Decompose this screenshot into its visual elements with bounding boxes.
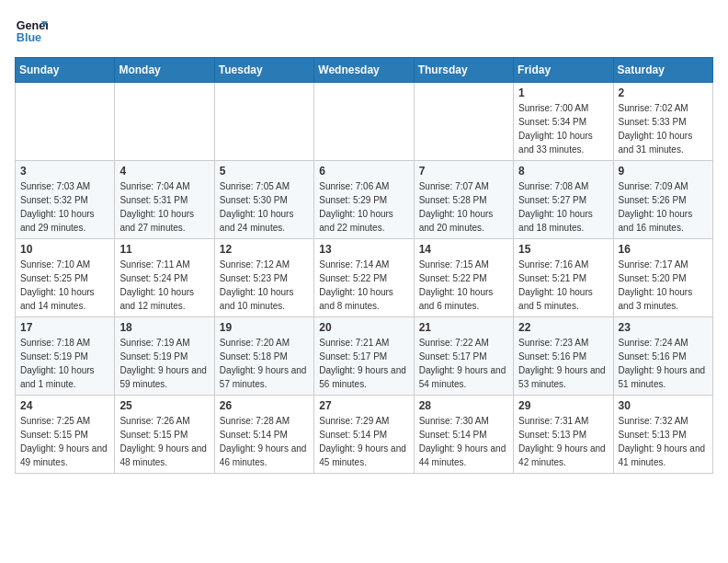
day-info: Sunrise: 7:07 AM Sunset: 5:28 PM Dayligh… — [419, 179, 508, 235]
day-info: Sunrise: 7:14 AM Sunset: 5:22 PM Dayligh… — [319, 258, 408, 313]
day-info: Sunrise: 7:15 AM Sunset: 5:22 PM Dayligh… — [419, 258, 508, 313]
calendar-day-cell — [214, 83, 313, 161]
calendar-day-cell: 9 Sunrise: 7:09 AM Sunset: 5:26 PM Dayli… — [613, 161, 712, 239]
day-number: 20 — [319, 321, 408, 334]
logo: General Blue — [15, 15, 48, 48]
day-info: Sunrise: 7:17 AM Sunset: 5:20 PM Dayligh… — [619, 258, 708, 313]
weekday-header: Thursday — [414, 58, 513, 83]
svg-text:Blue: Blue — [17, 31, 41, 44]
calendar-day-cell: 30 Sunrise: 7:32 AM Sunset: 5:13 PM Dayl… — [613, 396, 712, 474]
weekday-header: Wednesday — [314, 58, 414, 83]
day-info: Sunrise: 7:08 AM Sunset: 5:27 PM Dayligh… — [518, 179, 608, 235]
day-number: 2 — [619, 86, 708, 99]
calendar-day-cell: 12 Sunrise: 7:12 AM Sunset: 5:23 PM Dayl… — [214, 239, 313, 317]
calendar-day-cell: 26 Sunrise: 7:28 AM Sunset: 5:14 PM Dayl… — [214, 396, 313, 474]
calendar-day-cell: 8 Sunrise: 7:08 AM Sunset: 5:27 PM Dayli… — [514, 161, 613, 239]
day-info: Sunrise: 7:20 AM Sunset: 5:18 PM Dayligh… — [220, 336, 309, 391]
day-number: 1 — [518, 86, 608, 99]
day-number: 28 — [419, 399, 508, 412]
day-info: Sunrise: 7:16 AM Sunset: 5:21 PM Dayligh… — [518, 258, 608, 313]
calendar-day-cell: 21 Sunrise: 7:22 AM Sunset: 5:17 PM Dayl… — [414, 317, 513, 396]
logo-icon: General Blue — [15, 15, 48, 48]
day-info: Sunrise: 7:24 AM Sunset: 5:16 PM Dayligh… — [619, 336, 708, 391]
calendar-day-cell: 28 Sunrise: 7:30 AM Sunset: 5:14 PM Dayl… — [414, 396, 513, 474]
day-info: Sunrise: 7:28 AM Sunset: 5:14 PM Dayligh… — [220, 414, 309, 469]
day-info: Sunrise: 7:31 AM Sunset: 5:13 PM Dayligh… — [518, 414, 608, 469]
day-number: 17 — [20, 321, 109, 334]
day-info: Sunrise: 7:10 AM Sunset: 5:25 PM Dayligh… — [20, 258, 109, 313]
calendar-body: 1 Sunrise: 7:00 AM Sunset: 5:34 PM Dayli… — [16, 83, 713, 474]
day-number: 6 — [319, 165, 408, 178]
day-info: Sunrise: 7:25 AM Sunset: 5:15 PM Dayligh… — [20, 414, 109, 469]
calendar-day-cell: 15 Sunrise: 7:16 AM Sunset: 5:21 PM Dayl… — [514, 239, 613, 317]
calendar-day-cell: 16 Sunrise: 7:17 AM Sunset: 5:20 PM Dayl… — [613, 239, 712, 317]
day-number: 10 — [20, 243, 109, 256]
day-number: 24 — [20, 399, 109, 412]
day-number: 25 — [119, 399, 209, 412]
day-info: Sunrise: 7:21 AM Sunset: 5:17 PM Dayligh… — [319, 336, 408, 391]
calendar-week-row: 1 Sunrise: 7:00 AM Sunset: 5:34 PM Dayli… — [16, 83, 713, 161]
day-info: Sunrise: 7:29 AM Sunset: 5:14 PM Dayligh… — [319, 414, 408, 469]
weekday-header: Saturday — [613, 58, 712, 83]
day-number: 9 — [619, 165, 708, 178]
day-number: 8 — [518, 165, 608, 178]
day-number: 30 — [619, 399, 708, 412]
day-number: 19 — [220, 321, 309, 334]
calendar-day-cell: 22 Sunrise: 7:23 AM Sunset: 5:16 PM Dayl… — [514, 317, 613, 396]
day-info: Sunrise: 7:09 AM Sunset: 5:26 PM Dayligh… — [619, 179, 708, 235]
day-info: Sunrise: 7:12 AM Sunset: 5:23 PM Dayligh… — [220, 258, 309, 313]
calendar-day-cell: 7 Sunrise: 7:07 AM Sunset: 5:28 PM Dayli… — [414, 161, 513, 239]
calendar-day-cell: 20 Sunrise: 7:21 AM Sunset: 5:17 PM Dayl… — [314, 317, 414, 396]
day-info: Sunrise: 7:30 AM Sunset: 5:14 PM Dayligh… — [419, 414, 508, 469]
calendar-day-cell: 29 Sunrise: 7:31 AM Sunset: 5:13 PM Dayl… — [514, 396, 613, 474]
day-info: Sunrise: 7:23 AM Sunset: 5:16 PM Dayligh… — [518, 336, 608, 391]
day-info: Sunrise: 7:19 AM Sunset: 5:19 PM Dayligh… — [119, 336, 209, 391]
calendar-week-row: 17 Sunrise: 7:18 AM Sunset: 5:19 PM Dayl… — [16, 317, 713, 396]
calendar-day-cell: 14 Sunrise: 7:15 AM Sunset: 5:22 PM Dayl… — [414, 239, 513, 317]
day-info: Sunrise: 7:18 AM Sunset: 5:19 PM Dayligh… — [20, 336, 109, 391]
day-number: 5 — [220, 165, 309, 178]
calendar-week-row: 24 Sunrise: 7:25 AM Sunset: 5:15 PM Dayl… — [16, 396, 713, 474]
weekday-header: Tuesday — [214, 58, 313, 83]
calendar-day-cell — [314, 83, 414, 161]
calendar-day-cell: 2 Sunrise: 7:02 AM Sunset: 5:33 PM Dayli… — [613, 83, 712, 161]
calendar-day-cell: 4 Sunrise: 7:04 AM Sunset: 5:31 PM Dayli… — [115, 161, 214, 239]
day-number: 15 — [518, 243, 608, 256]
calendar-day-cell: 24 Sunrise: 7:25 AM Sunset: 5:15 PM Dayl… — [16, 396, 115, 474]
calendar-day-cell: 19 Sunrise: 7:20 AM Sunset: 5:18 PM Dayl… — [214, 317, 313, 396]
day-number: 22 — [518, 321, 608, 334]
day-number: 23 — [619, 321, 708, 334]
calendar-day-cell: 6 Sunrise: 7:06 AM Sunset: 5:29 PM Dayli… — [314, 161, 414, 239]
calendar-day-cell: 17 Sunrise: 7:18 AM Sunset: 5:19 PM Dayl… — [16, 317, 115, 396]
day-info: Sunrise: 7:02 AM Sunset: 5:33 PM Dayligh… — [619, 101, 708, 156]
calendar-day-cell — [115, 83, 214, 161]
day-info: Sunrise: 7:03 AM Sunset: 5:32 PM Dayligh… — [20, 179, 109, 235]
calendar-day-cell: 27 Sunrise: 7:29 AM Sunset: 5:14 PM Dayl… — [314, 396, 414, 474]
day-info: Sunrise: 7:05 AM Sunset: 5:30 PM Dayligh… — [220, 179, 309, 235]
day-number: 4 — [119, 165, 209, 178]
day-info: Sunrise: 7:26 AM Sunset: 5:15 PM Dayligh… — [119, 414, 209, 469]
calendar-day-cell: 5 Sunrise: 7:05 AM Sunset: 5:30 PM Dayli… — [214, 161, 313, 239]
day-number: 12 — [220, 243, 309, 256]
calendar-day-cell — [16, 83, 115, 161]
day-number: 21 — [419, 321, 508, 334]
weekday-header: Friday — [514, 58, 613, 83]
day-info: Sunrise: 7:32 AM Sunset: 5:13 PM Dayligh… — [619, 414, 708, 469]
calendar-day-cell: 18 Sunrise: 7:19 AM Sunset: 5:19 PM Dayl… — [115, 317, 214, 396]
page-header: General Blue — [15, 15, 713, 48]
day-info: Sunrise: 7:11 AM Sunset: 5:24 PM Dayligh… — [119, 258, 209, 313]
calendar-day-cell — [414, 83, 513, 161]
day-info: Sunrise: 7:00 AM Sunset: 5:34 PM Dayligh… — [518, 101, 608, 156]
calendar-day-cell: 25 Sunrise: 7:26 AM Sunset: 5:15 PM Dayl… — [115, 396, 214, 474]
calendar-day-cell: 11 Sunrise: 7:11 AM Sunset: 5:24 PM Dayl… — [115, 239, 214, 317]
day-number: 16 — [619, 243, 708, 256]
day-number: 11 — [119, 243, 209, 256]
day-info: Sunrise: 7:06 AM Sunset: 5:29 PM Dayligh… — [319, 179, 408, 235]
day-info: Sunrise: 7:04 AM Sunset: 5:31 PM Dayligh… — [119, 179, 209, 235]
day-number: 18 — [119, 321, 209, 334]
day-number: 13 — [319, 243, 408, 256]
calendar-table: SundayMondayTuesdayWednesdayThursdayFrid… — [15, 57, 713, 474]
calendar-day-cell: 10 Sunrise: 7:10 AM Sunset: 5:25 PM Dayl… — [16, 239, 115, 317]
weekday-header: Sunday — [16, 58, 115, 83]
calendar-day-cell: 13 Sunrise: 7:14 AM Sunset: 5:22 PM Dayl… — [314, 239, 414, 317]
